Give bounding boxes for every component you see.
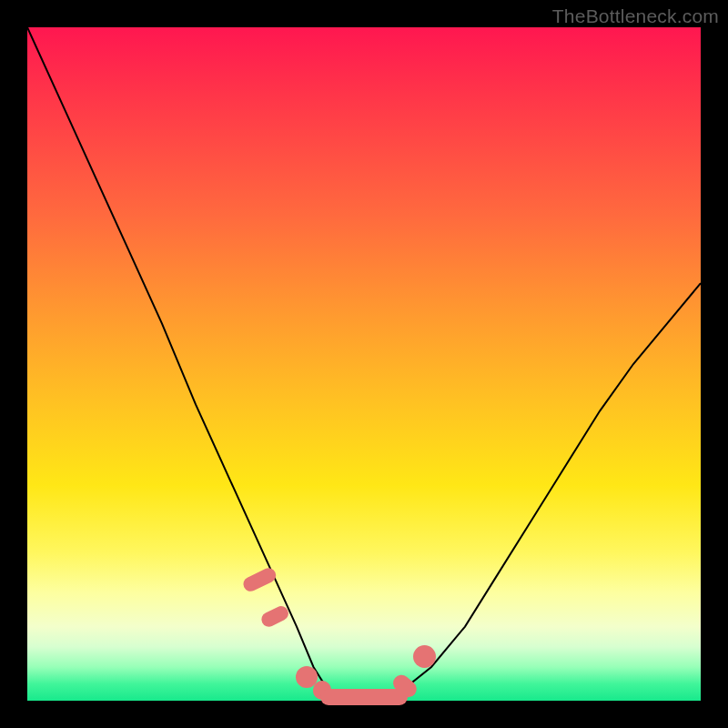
- marker-capsule: [320, 689, 408, 705]
- plot-area: [27, 27, 701, 701]
- watermark-text: TheBottleneck.com: [552, 5, 719, 27]
- marker-capsule: [259, 603, 291, 629]
- curve-markers: [27, 27, 701, 701]
- chart-frame: TheBottleneck.com: [0, 0, 728, 728]
- marker-capsule: [240, 565, 278, 593]
- marker-dot: [413, 645, 436, 668]
